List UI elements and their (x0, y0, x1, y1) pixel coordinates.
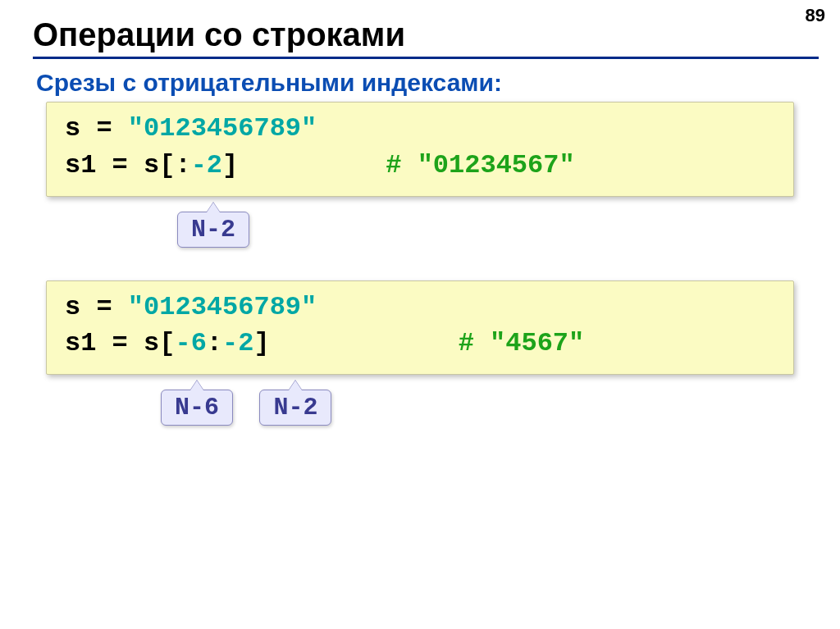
code-text: s1 = s[ (65, 328, 175, 358)
callout-row: N-2 (46, 212, 840, 248)
code-line: s = "0123456789" (65, 111, 774, 148)
callout-tag: N-2 (259, 390, 331, 426)
code-line: s1 = s[-6:-2]# "4567" (65, 326, 774, 362)
code-line: s1 = s[:-2]# "01234567" (65, 148, 774, 185)
slide-subtitle: Срезы с отрицательными индексами: (36, 69, 840, 97)
code-text: s = (65, 292, 128, 322)
callout-tag: N-2 (177, 212, 249, 248)
string-literal: "0123456789" (128, 292, 317, 322)
slide: 89 Операции со строками Срезы с отрицате… (0, 0, 840, 629)
page-number: 89 (806, 5, 825, 26)
negative-index: -6 (175, 328, 206, 358)
code-text: s1 = s[: (65, 150, 191, 180)
string-literal: "0123456789" (128, 113, 317, 144)
comment: # "01234567" (386, 150, 574, 180)
negative-index: -2 (222, 328, 253, 358)
callout-row: N-6 N-2 (46, 390, 840, 426)
comment: # "4567" (459, 328, 585, 358)
code-text: ] (222, 150, 238, 180)
code-text: : (207, 328, 222, 358)
code-line: s = "0123456789" (65, 289, 774, 326)
slide-title: Операции со строками (33, 16, 840, 53)
code-example-1: s = "0123456789" s1 = s[:-2]# "01234567" (46, 102, 794, 197)
title-rule (33, 57, 819, 59)
negative-index: -2 (191, 150, 222, 180)
code-text: s = (65, 113, 128, 144)
callout-tag: N-6 (161, 390, 233, 426)
code-example-2: s = "0123456789" s1 = s[-6:-2]# "4567" (46, 280, 794, 376)
code-text: ] (253, 328, 269, 358)
